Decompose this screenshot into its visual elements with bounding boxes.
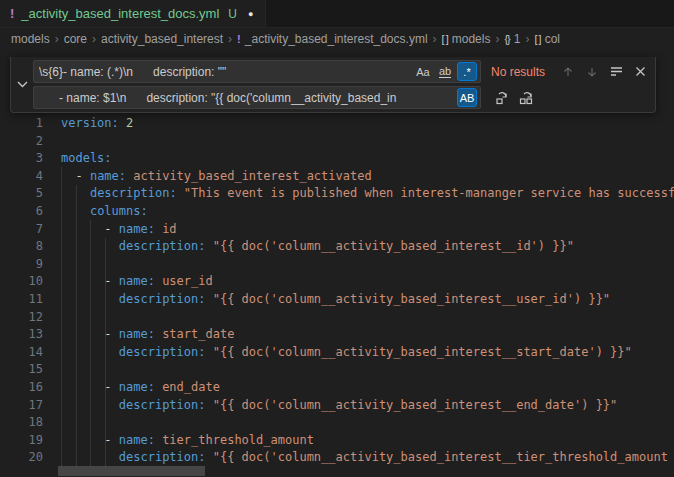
code-line[interactable]: 12 <box>0 309 674 327</box>
breadcrumb-item[interactable]: !_activity_based_interest_docs.yml <box>237 32 427 46</box>
code-area[interactable]: 1version: 223models:4 - name: activity_b… <box>0 115 674 467</box>
code-line-text[interactable] <box>43 361 674 379</box>
code-line[interactable]: 7 - name: id <box>0 221 674 239</box>
line-number: 15 <box>0 361 43 379</box>
breadcrumb-item[interactable]: [ ]models <box>442 32 491 46</box>
toggle-replace-chevron-icon[interactable] <box>13 57 31 112</box>
code-line-text[interactable] <box>43 309 674 327</box>
close-find-widget-button[interactable] <box>629 61 651 83</box>
code-line-text[interactable]: description: "{{ doc('column__activity_b… <box>43 449 674 467</box>
code-line[interactable]: 11 description: "{{ doc('column__activit… <box>0 291 674 309</box>
breadcrumb-item[interactable]: [ ]col <box>534 32 560 46</box>
code-line-text[interactable]: description: "{{ doc('column__activity_b… <box>43 344 674 362</box>
breadcrumb-item[interactable]: {}1 <box>504 32 520 46</box>
code-line-text[interactable]: models: <box>43 150 674 168</box>
yaml-file-icon: ! <box>10 6 14 21</box>
line-number: 4 <box>0 168 43 186</box>
line-number: 3 <box>0 150 43 168</box>
code-line[interactable]: 4 - name: activity_based_interest_activa… <box>0 168 674 186</box>
tab-bar: ! _activity_based_interest_docs.yml U ● <box>0 0 674 28</box>
find-row: \s{6}- name: (.*)\n description: "" Aa a… <box>33 60 651 83</box>
code-line-text[interactable]: description: "{{ doc('column__activity_b… <box>43 238 674 256</box>
breadcrumb-separator: › <box>55 32 59 46</box>
code-line-text[interactable]: description: "{{ doc('column__activity_b… <box>43 291 674 309</box>
code-line-text[interactable] <box>43 256 674 274</box>
breadcrumb-separator: › <box>525 32 529 46</box>
line-number: 2 <box>0 133 43 151</box>
modified-indicator-dot[interactable]: ● <box>248 9 253 19</box>
line-number: 1 <box>0 115 43 133</box>
code-line[interactable]: 8 description: "{{ doc('column__activity… <box>0 238 674 256</box>
regex-toggle[interactable]: .* <box>457 62 477 81</box>
breadcrumb: models›core›activity_based_interest›!_ac… <box>0 28 674 50</box>
replace-all-button[interactable] <box>515 87 537 109</box>
code-line-text[interactable]: - name: start_date <box>43 326 674 344</box>
breadcrumb-item[interactable]: models <box>11 32 50 46</box>
code-line[interactable]: 5 description: "This event is published … <box>0 185 674 203</box>
code-line-text[interactable]: description: "This event is published wh… <box>43 185 674 203</box>
breadcrumb-label: col <box>545 32 560 46</box>
line-number: 20 <box>0 449 43 467</box>
horizontal-scrollbar-thumb[interactable] <box>58 466 205 476</box>
breadcrumb-label: models <box>452 32 491 46</box>
match-case-toggle[interactable]: Aa <box>413 62 433 81</box>
code-line[interactable]: 1version: 2 <box>0 115 674 133</box>
line-number: 5 <box>0 185 43 203</box>
code-line[interactable]: 14 description: "{{ doc('column__activit… <box>0 344 674 362</box>
code-line-text[interactable]: - name: user_id <box>43 273 674 291</box>
replace-button[interactable] <box>491 87 513 109</box>
code-line[interactable]: 13 - name: start_date <box>0 326 674 344</box>
code-line-text[interactable]: version: 2 <box>43 115 674 133</box>
breadcrumb-item[interactable]: activity_based_interest <box>101 32 223 46</box>
breadcrumb-label: models <box>11 32 50 46</box>
code-line[interactable]: 16 - name: end_date <box>0 379 674 397</box>
previous-match-button[interactable] <box>557 61 579 83</box>
code-line-text[interactable]: - name: end_date <box>43 379 674 397</box>
breadcrumb-label: core <box>64 32 87 46</box>
next-match-button[interactable] <box>581 61 603 83</box>
code-line[interactable]: 15 <box>0 361 674 379</box>
code-line[interactable]: 20 description: "{{ doc('column__activit… <box>0 449 674 467</box>
line-number: 7 <box>0 221 43 239</box>
replace-row: - name: $1\n description: "{{ doc('colum… <box>33 86 651 109</box>
code-line[interactable]: 10 - name: user_id <box>0 273 674 291</box>
line-number: 9 <box>0 256 43 274</box>
code-line[interactable]: 17 description: "{{ doc('column__activit… <box>0 397 674 415</box>
line-number: 19 <box>0 432 43 450</box>
find-input[interactable]: \s{6}- name: (.*)\n description: "" Aa a… <box>33 60 481 83</box>
code-line[interactable]: 3models: <box>0 150 674 168</box>
code-line-text[interactable]: - name: activity_based_interest_activate… <box>43 168 674 186</box>
line-number: 11 <box>0 291 43 309</box>
code-line[interactable]: 2 <box>0 133 674 151</box>
code-line[interactable]: 18 <box>0 414 674 432</box>
code-line-text[interactable] <box>43 133 674 151</box>
code-line-text[interactable] <box>43 414 674 432</box>
tab-file[interactable]: ! _activity_based_interest_docs.yml U ● <box>0 0 266 27</box>
code-line-text[interactable]: - name: tier_threshold_amount <box>43 432 674 450</box>
code-line-text[interactable]: - name: id <box>43 221 674 239</box>
find-in-selection-button[interactable] <box>605 61 627 83</box>
find-results-count: No results <box>491 65 545 79</box>
breadcrumb-item[interactable]: core <box>64 32 87 46</box>
code-line[interactable]: 19 - name: tier_threshold_amount <box>0 432 674 450</box>
symbol-object-icon: {} <box>504 33 509 45</box>
whole-word-toggle[interactable]: ab <box>435 62 455 81</box>
code-line-text[interactable]: description: "{{ doc('column__activity_b… <box>43 397 674 415</box>
breadcrumb-separator: › <box>433 32 437 46</box>
git-status-badge: U <box>228 7 237 21</box>
breadcrumb-separator: › <box>228 32 232 46</box>
line-number: 10 <box>0 273 43 291</box>
code-line-text[interactable]: columns: <box>43 203 674 221</box>
breadcrumb-label: _activity_based_interest_docs.yml <box>245 32 428 46</box>
yaml-file-icon: ! <box>237 33 241 45</box>
line-number: 12 <box>0 309 43 327</box>
line-number: 16 <box>0 379 43 397</box>
code-line[interactable]: 9 <box>0 256 674 274</box>
symbol-array-icon: [ ] <box>442 33 448 45</box>
preserve-case-toggle[interactable]: AB <box>457 88 477 107</box>
symbol-array-icon: [ ] <box>534 33 540 45</box>
code-line[interactable]: 6 columns: <box>0 203 674 221</box>
replace-input[interactable]: - name: $1\n description: "{{ doc('colum… <box>33 86 481 109</box>
breadcrumb-separator: › <box>495 32 499 46</box>
line-number: 17 <box>0 397 43 415</box>
